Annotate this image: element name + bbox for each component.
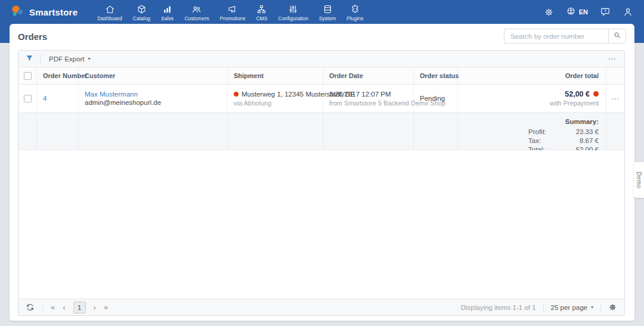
nav-label: Dashboard	[97, 15, 122, 21]
prev-page-button[interactable]: ‹	[63, 303, 65, 311]
orders-grid: PDF Export ▾ ⋯ Order Number Customer Shi…	[18, 50, 625, 316]
search-icon	[613, 31, 621, 42]
nav-label: CMS	[256, 15, 267, 21]
pdf-export-button[interactable]: PDF Export ▾	[41, 51, 98, 67]
customer-name-link[interactable]: Max Mustermann	[85, 91, 138, 98]
order-status: Pending	[420, 94, 451, 103]
nav-item-customers[interactable]: Customers	[179, 1, 214, 23]
summary-empty-cell	[79, 113, 228, 150]
current-page-button[interactable]: 1	[73, 302, 86, 313]
row-select-cell	[18, 85, 37, 112]
nav-label: Plugins	[346, 15, 363, 21]
row-actions-cell: ⋯	[606, 85, 624, 112]
pager-separator	[600, 303, 601, 312]
order-status-cell: Pending	[414, 85, 458, 112]
nav-label: Customers	[184, 15, 209, 21]
order-number-cell: 4	[37, 85, 79, 112]
settings-gear-icon[interactable]	[544, 7, 554, 17]
smartstore-logo-icon	[11, 4, 24, 20]
demo-side-tab[interactable]: Demo	[634, 162, 644, 198]
nav-item-dashboard[interactable]: Dashboard	[92, 1, 128, 23]
last-page-button[interactable]: »	[104, 303, 108, 311]
search-input[interactable]	[504, 29, 609, 44]
pager-info: Displaying items 1-1 of 1	[461, 304, 536, 311]
summary-empty-cell	[414, 113, 458, 150]
summary-empty-cell	[606, 113, 624, 150]
col-header-order-date[interactable]: Order Date	[323, 67, 414, 84]
summary-value: 8.67 €	[580, 136, 599, 145]
order-total: 52,00 €	[565, 90, 590, 98]
nav-item-sales[interactable]: Sales	[156, 1, 179, 23]
page-size-dropdown[interactable]: 25 per page ▾	[551, 304, 593, 311]
col-header-order-status[interactable]: Order status	[414, 67, 458, 84]
nav-item-configuration[interactable]: Configuration	[273, 1, 314, 23]
grid-footer: « ‹ 1 › » Displaying items 1-1 of 1 25 p…	[18, 299, 624, 315]
grid-settings-gear-button[interactable]	[608, 303, 617, 312]
page-size-label: 25 per page	[551, 304, 587, 311]
grid-header-row: Order Number Customer Shipment Order Dat…	[18, 67, 624, 85]
order-date-cell: 3/20/2017 12:07 PM from Smartstore 5 Bac…	[323, 85, 414, 112]
toolbar-more-button[interactable]: ⋯	[608, 55, 624, 63]
grid-empty-area	[18, 150, 624, 299]
database-icon	[323, 4, 333, 14]
language-code: EN	[579, 8, 588, 15]
next-page-button[interactable]: ›	[94, 303, 96, 311]
user-account-icon[interactable]	[623, 7, 633, 17]
content-panel: Orders PDF Export ▾ ⋯ Order Number Custo…	[10, 24, 634, 321]
customer-email: admin@meineshopurl.de	[85, 98, 221, 107]
col-header-customer[interactable]: Customer	[79, 67, 228, 84]
svg-text:?: ?	[604, 9, 606, 14]
navbar-right-actions: EN ?	[544, 6, 633, 18]
order-number-link[interactable]: 4	[43, 95, 47, 102]
main-menu: Dashboard Catalog Sales Customers Promot…	[92, 1, 369, 23]
nav-item-plugins[interactable]: Plugins	[341, 1, 369, 23]
shipment-method: via Abholung	[234, 100, 317, 107]
summary-label: Profit:	[528, 128, 546, 136]
select-all-cell	[18, 67, 37, 84]
search-button[interactable]	[609, 29, 626, 44]
row-more-button[interactable]: ⋯	[611, 95, 620, 103]
megaphone-icon	[227, 4, 237, 14]
language-selector[interactable]: EN	[566, 6, 588, 18]
help-chat-icon[interactable]: ?	[600, 7, 611, 17]
first-page-button[interactable]: «	[51, 303, 55, 311]
people-icon	[191, 4, 202, 14]
table-row: 4 Max Mustermann admin@meineshopurl.de M…	[18, 85, 624, 113]
row-checkbox[interactable]	[24, 95, 32, 103]
nav-label: Sales	[161, 15, 174, 21]
brand-name: Smartstore	[29, 7, 78, 17]
order-search	[504, 29, 626, 44]
order-total-cell: 52,00 € with Prepayment	[458, 85, 606, 112]
payment-status-dot	[593, 91, 599, 97]
page-title: Orders	[18, 32, 47, 42]
pagination: « ‹ 1 › »	[26, 302, 108, 313]
bar-chart-icon	[162, 4, 172, 14]
pager-separator	[42, 303, 43, 312]
refresh-button[interactable]	[26, 303, 35, 312]
nav-label: Catalog	[133, 15, 150, 21]
nav-item-promotions[interactable]: Promotions	[214, 1, 250, 23]
summary-total-cell: Summary: Profit:23.33 € Tax:8.67 € Total…	[458, 113, 606, 150]
cube-icon	[137, 4, 147, 14]
filter-button[interactable]	[18, 51, 40, 67]
pdf-export-label: PDF Export	[49, 55, 84, 63]
nav-item-system[interactable]: System	[314, 1, 341, 23]
col-header-shipment[interactable]: Shipment	[228, 67, 323, 84]
select-all-checkbox[interactable]	[24, 72, 32, 80]
nav-item-cms[interactable]: CMS	[250, 1, 273, 23]
summary-value: 23.33 €	[576, 128, 599, 136]
grid-toolbar: PDF Export ▾ ⋯	[18, 51, 624, 67]
main-navbar: Smartstore Dashboard Catalog Sales Custo…	[0, 0, 644, 24]
nav-item-catalog[interactable]: Catalog	[128, 1, 156, 23]
home-icon	[105, 4, 115, 14]
col-header-order-total[interactable]: Order total	[458, 67, 606, 84]
puzzle-icon	[350, 4, 360, 14]
pager-right: Displaying items 1-1 of 1 25 per page ▾	[461, 303, 617, 312]
order-date: 3/20/2017 12:07 PM	[329, 90, 407, 98]
summary-row: Summary: Profit:23.33 € Tax:8.67 € Total…	[18, 113, 624, 150]
smartstore-logo[interactable]: Smartstore	[11, 4, 78, 20]
order-source: from Smartstore 5 Backend Demo Shop	[329, 100, 407, 107]
summary-empty-cell	[228, 113, 323, 150]
nav-label: System	[319, 15, 336, 21]
col-header-order-number[interactable]: Order Number	[37, 67, 79, 84]
